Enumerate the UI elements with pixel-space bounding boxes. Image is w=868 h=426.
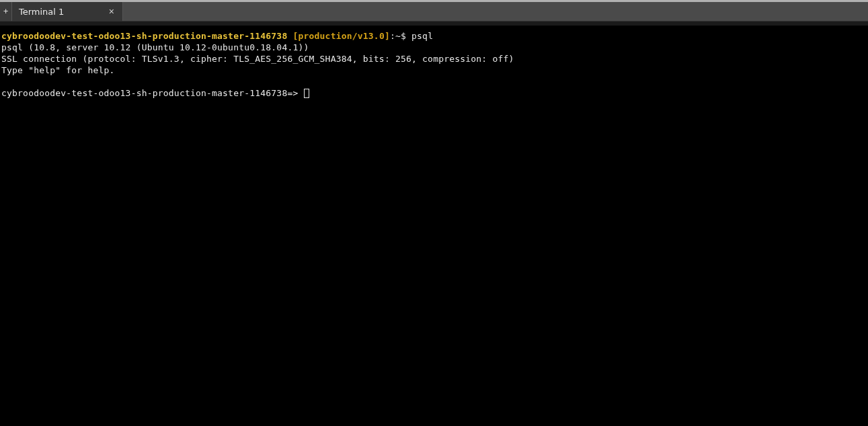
prompt-hostname: cybroodoodev-test-odoo13-sh-production-m… [1,31,287,41]
command-text: psql [411,31,433,41]
tab-terminal-1[interactable]: Terminal 1 × [12,2,123,21]
cursor [304,89,309,98]
close-icon[interactable]: × [109,6,114,17]
output-line: Type "help" for help. [1,65,867,76]
plus-icon: + [3,7,8,16]
prompt-separator: : [390,31,395,41]
psql-prompt: cybroodoodev-test-odoo13-sh-production-m… [1,88,304,98]
blank-line [1,76,867,87]
prompt-path: ~ [395,31,401,41]
terminal-output[interactable]: cybroodoodev-test-odoo13-sh-production-m… [0,26,868,426]
output-line: SSL connection (protocol: TLSv1.3, ciphe… [1,53,867,65]
tab-bar: + Terminal 1 × [0,2,868,21]
psql-prompt-line: cybroodoodev-test-odoo13-sh-production-m… [1,87,867,99]
add-tab-button[interactable]: + [0,2,12,21]
prompt-dollar: $ [401,31,411,41]
tab-title: Terminal 1 [19,7,64,17]
output-line: psql (10.8, server 10.12 (Ubuntu 10.12-0… [1,42,867,53]
tab-separator [0,21,868,26]
prompt-branch: [production/v13.0] [287,31,390,41]
prompt-line-1: cybroodoodev-test-odoo13-sh-production-m… [1,30,867,42]
